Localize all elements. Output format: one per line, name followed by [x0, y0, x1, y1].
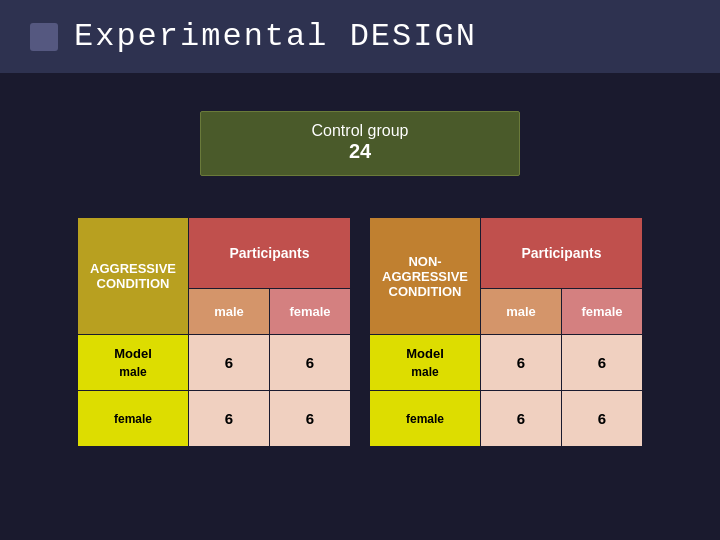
aggressive-female-header: female	[270, 289, 350, 334]
aggressive-table: AGGRESSIVE CONDITION Participants male f…	[78, 218, 350, 446]
aggressive-model-label: Model male	[78, 335, 188, 390]
aggressive-male-female-value: 6	[270, 335, 350, 390]
non-aggressive-male-male-value: 6	[481, 335, 561, 390]
aggressive-male-header: male	[189, 289, 269, 334]
non-aggressive-table: NON-AGGRESSIVE CONDITION Participants ma…	[370, 218, 642, 446]
non-aggressive-participants-header: Participants	[481, 218, 642, 288]
aggressive-female-male-value: 6	[189, 391, 269, 446]
tables-container: AGGRESSIVE CONDITION Participants male f…	[0, 218, 720, 446]
aggressive-female-female-value: 6	[270, 391, 350, 446]
aggressive-male-male-value: 6	[189, 335, 269, 390]
aggressive-model-female-label: female	[78, 391, 188, 446]
non-aggressive-model-label: Model male	[370, 335, 480, 390]
aggressive-condition-cell: AGGRESSIVE CONDITION	[78, 218, 188, 334]
aggressive-participants-header: Participants	[189, 218, 350, 288]
control-group-label: Control group	[221, 122, 499, 140]
non-aggressive-male-header: male	[481, 289, 561, 334]
control-group-number: 24	[221, 140, 499, 163]
control-group-box: Control group 24	[200, 111, 520, 176]
header-icon	[30, 23, 58, 51]
non-aggressive-female-female-value: 6	[562, 391, 642, 446]
non-aggressive-female-header: female	[562, 289, 642, 334]
header: Experimental DESIGN	[0, 0, 720, 73]
non-aggressive-male-female-value: 6	[562, 335, 642, 390]
page-title: Experimental DESIGN	[74, 18, 477, 55]
non-aggressive-female-male-value: 6	[481, 391, 561, 446]
non-aggressive-condition-cell: NON-AGGRESSIVE CONDITION	[370, 218, 480, 334]
non-aggressive-model-female-label: female	[370, 391, 480, 446]
